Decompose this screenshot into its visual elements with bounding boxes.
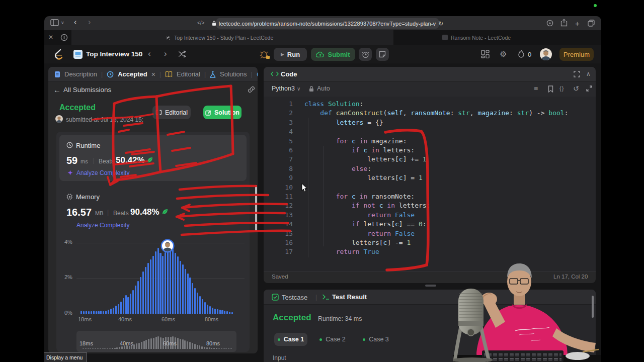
histogram-bar — [159, 253, 161, 314]
solutions-icon — [210, 71, 216, 78]
code-line[interactable]: 2 def canConstruct(self, ransomNote: str… — [264, 109, 596, 119]
mini-histogram-bar — [160, 337, 162, 349]
tab-overview-icon[interactable] — [588, 20, 595, 27]
mini-histogram-bar — [180, 339, 181, 349]
code-line[interactable]: 14 if letters[c] == 0: — [264, 220, 596, 230]
pinned-tab-1[interactable]: ✕ — [48, 34, 53, 41]
runtime-histogram-bars[interactable] — [80, 243, 237, 314]
histogram-bar — [140, 277, 141, 314]
code-line[interactable]: 3 letters = {} — [264, 119, 596, 128]
close-icon[interactable]: × — [151, 70, 155, 78]
sidebar-toggle-icon[interactable] — [50, 19, 59, 26]
tab2-title[interactable]: Ransom Note - LeetCode — [451, 35, 511, 41]
code-line[interactable]: 12 if not c in letters: — [264, 202, 596, 211]
case-3-pill[interactable]: Case 3 — [359, 333, 392, 346]
url-bar[interactable]: leetcode.com/problems/ransom-note/submis… — [216, 18, 439, 29]
tab-solutions[interactable]: Solutions — [220, 70, 247, 78]
panel-drag-handle[interactable] — [425, 285, 436, 287]
case-1-pill[interactable]: Case 1 — [274, 333, 307, 346]
tab-divider: | — [251, 71, 253, 78]
reload-icon[interactable]: ↻ — [438, 20, 443, 27]
code-line[interactable]: 10 — [264, 184, 596, 193]
browser-back-icon[interactable]: ‹ — [74, 18, 76, 27]
sparkle-icon — [67, 170, 73, 175]
avatar[interactable] — [540, 48, 552, 60]
braces-icon[interactable]: { } — [559, 85, 563, 92]
reset-icon[interactable]: ↺ — [573, 84, 579, 93]
case-2-pill[interactable]: Case 2 — [316, 333, 349, 346]
mini-histogram-bar — [153, 338, 154, 349]
notes-button[interactable] — [376, 48, 389, 61]
screen: ∨ ‹ › </> leetcode.com/problems/ransom-n… — [0, 0, 644, 362]
debugger-icon[interactable] — [260, 50, 270, 59]
code-line[interactable]: 5 for c in magazine: — [264, 137, 596, 147]
memory-analyze-link[interactable]: Analyze Complexity — [76, 222, 129, 229]
tab-editorial[interactable]: Editorial — [177, 70, 200, 78]
collapse-panel-icon[interactable]: ∧ — [586, 70, 591, 77]
leaf-icon[interactable] — [162, 208, 169, 215]
auto-label[interactable]: Auto — [317, 85, 330, 92]
code-line[interactable]: 1class Solution: — [264, 100, 596, 110]
code-line[interactable]: 11 for c in ransomNote: — [264, 193, 596, 202]
study-plan-title[interactable]: Top Interview 150 — [86, 50, 142, 58]
mini-histogram-bar — [88, 348, 89, 349]
left-panel-scrollbar[interactable] — [255, 185, 257, 231]
xtick-40ms: 40ms — [118, 316, 132, 322]
tab1-title[interactable]: Top Interview 150 - Study Plan - LeetCod… — [174, 35, 273, 41]
code-line[interactable]: 16 letters[c] -= 1 — [264, 239, 596, 248]
pinned-tab-2[interactable] — [60, 34, 68, 41]
link-icon[interactable] — [248, 86, 255, 93]
next-problem-icon[interactable]: › — [164, 49, 167, 59]
leetcode-logo-icon[interactable] — [52, 48, 63, 60]
sidebar-dropdown-icon[interactable]: ∨ — [61, 20, 64, 25]
solution-button[interactable]: Solution — [203, 106, 242, 119]
code-line[interactable]: 13 return False — [264, 211, 596, 221]
tab-testcase[interactable]: Testcase — [282, 294, 307, 301]
mini-histogram-bar — [194, 344, 196, 349]
code-line[interactable]: 6 if c in letters: — [264, 146, 596, 156]
code-line[interactable]: 17 return True — [264, 248, 596, 257]
mini-xtick-60ms: 60ms — [163, 340, 177, 346]
fullscreen-icon[interactable] — [574, 71, 580, 77]
back-arrow-icon[interactable]: ← — [53, 85, 61, 94]
histogram-bar — [229, 312, 230, 314]
new-tab-icon[interactable]: + — [575, 19, 580, 28]
layout-switcher-icon[interactable] — [481, 50, 490, 58]
code-line[interactable]: 7 letters[c] += 1 — [264, 155, 596, 165]
leaf-icon[interactable] — [146, 156, 153, 163]
browser-forward-icon[interactable]: › — [88, 18, 91, 27]
shuffle-icon[interactable] — [178, 50, 187, 58]
gear-icon[interactable]: ⚙ — [500, 49, 507, 59]
format-icon[interactable]: ≡ — [534, 84, 538, 93]
language-selector[interactable]: Python3 — [272, 85, 295, 92]
code-line[interactable]: 9 letters[c] = 1 — [264, 174, 596, 184]
timer-button[interactable] — [359, 48, 372, 61]
code-editor[interactable]: 1class Solution:2 def canConstruct(self,… — [264, 97, 596, 272]
code-line[interactable]: 8 else: — [264, 165, 596, 174]
share-icon[interactable] — [560, 19, 568, 27]
editorial-button[interactable]: Editorial — [152, 106, 191, 119]
bookmark-icon[interactable] — [548, 85, 553, 93]
editorial-button-label: Editorial — [165, 109, 188, 116]
code-line[interactable]: 15 return False — [264, 230, 596, 239]
run-button[interactable]: ▶ Run — [274, 48, 307, 61]
runtime-analyze-link[interactable]: Analyze Complexity — [76, 169, 129, 176]
prev-problem-icon[interactable]: ‹ — [148, 49, 151, 59]
browser-extension-icon[interactable] — [546, 20, 553, 27]
devtools-icon[interactable]: </> — [197, 20, 204, 26]
mini-histogram-bar — [199, 345, 200, 349]
tab-accepted[interactable]: Accepted — [118, 70, 147, 78]
premium-button[interactable]: Premium — [559, 48, 594, 61]
submit-button[interactable]: Submit — [311, 48, 355, 61]
streak-flame-icon[interactable] — [518, 49, 525, 58]
language-dropdown-icon[interactable]: ∨ — [297, 86, 300, 92]
histogram-bar — [127, 297, 129, 314]
mini-histogram-bar — [112, 348, 113, 349]
tab-description[interactable]: Description — [64, 70, 97, 78]
mini-histogram-bar — [133, 344, 135, 349]
all-submissions-link[interactable]: All Submissions — [63, 86, 111, 94]
tab-test-result[interactable]: Test Result — [332, 293, 367, 301]
code-line[interactable]: 4 — [264, 128, 596, 137]
expand-editor-icon[interactable] — [586, 85, 592, 92]
histogram-bar — [170, 250, 171, 314]
